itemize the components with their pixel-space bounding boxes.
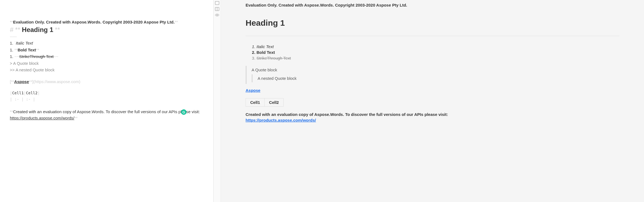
- preview-quote-nested: A nested Quote block: [252, 74, 619, 82]
- quote2-text-preview: A nested Quote block: [258, 76, 297, 81]
- preview-heading: Heading 1: [246, 18, 619, 28]
- link-text-src: Aspose: [14, 79, 29, 84]
- cell2-src: Cell2: [26, 91, 37, 95]
- heading-stars-open: **: [15, 26, 20, 34]
- link-line: [**Aspose**](https://www.aspose.com): [10, 79, 203, 85]
- quote2-prefix: >>: [10, 68, 15, 72]
- table-header-cell2: Cell2: [264, 98, 283, 107]
- closing-text: Created with an evaluation copy of Aspos…: [246, 112, 448, 117]
- preview-closing-link[interactable]: https://products.aspose.com/words/: [246, 118, 316, 122]
- heading-line: # **Heading 1**: [10, 26, 203, 34]
- pipe: |: [10, 97, 12, 101]
- list-strike-line: 1. ~~StrikeThrough Text~~: [10, 54, 203, 60]
- footer-stars-open: **: [10, 109, 13, 114]
- bold-delim-open: **: [10, 20, 13, 24]
- pipe: |: [37, 91, 40, 95]
- markdown-preview-pane: Evaluation Only. Created with Aspose.Wor…: [221, 0, 644, 202]
- link-close-bracket: ): [79, 79, 80, 84]
- eval-notice-text: Evaluation Only. Created with Aspose.Wor…: [13, 20, 175, 24]
- svg-rect-0: [215, 1, 219, 5]
- heading-text: Heading 1: [22, 26, 53, 34]
- preview-aspose-link[interactable]: Aspose: [246, 88, 260, 93]
- view-mode-gutter: [213, 0, 221, 202]
- list-item-strike: StrikeThrough Text: [257, 56, 619, 60]
- split-pane-icon[interactable]: [215, 7, 219, 11]
- preview-table: Cell1 Cell2: [246, 98, 284, 107]
- link-stars-close: **: [29, 79, 32, 84]
- eval-footer-text: Created with an evaluation copy of Aspos…: [13, 109, 200, 114]
- italic-text-src: Italic Text: [16, 41, 33, 45]
- footer-stars-close: **: [74, 116, 78, 120]
- preview-list: Italic Text Bold Text StrikeThrough Text: [246, 44, 619, 60]
- link-url-src: https://www.aspose.com: [35, 79, 79, 84]
- grammarly-letter: G: [182, 110, 185, 114]
- align2: :-: [26, 97, 33, 101]
- italic-delim-close: `: [33, 41, 34, 45]
- preview-hr: [246, 36, 619, 36]
- strike-delim-open: ~~: [14, 54, 19, 59]
- table-header-line: |Cell1|Cell2|: [10, 90, 203, 96]
- heading-stars-close: **: [55, 26, 60, 34]
- bold-delim-open2: **: [14, 48, 18, 52]
- hr-source: -----: [10, 34, 203, 40]
- list-index: 1.: [10, 48, 13, 52]
- svg-point-3: [217, 14, 218, 16]
- link-stars-open: **: [11, 79, 14, 84]
- quote1-text-preview: A Quote block: [252, 68, 277, 72]
- cell1-src: Cell1: [12, 91, 24, 95]
- quote2-text: A nested Quote block: [16, 68, 55, 72]
- list-index: 1.: [10, 54, 13, 59]
- pipe: |: [33, 97, 35, 101]
- pipe: |: [24, 91, 26, 95]
- list-index: 1.: [10, 41, 13, 45]
- quote1-line: > A Quote block: [10, 60, 203, 67]
- preview-closing: Created with an evaluation copy of Aspos…: [246, 112, 619, 122]
- preview-quote: A Quote block A nested Quote block: [246, 66, 619, 84]
- quote1-text: A Quote block: [13, 61, 39, 66]
- bold-delim-close2: **: [36, 48, 39, 52]
- table-header-cell1: Cell1: [246, 98, 265, 107]
- preview-eye-icon[interactable]: [215, 13, 219, 17]
- list-item-bold: Bold Text: [257, 50, 619, 55]
- table-align-line: | :- | :- |: [10, 96, 203, 102]
- eval-footer-link-src[interactable]: https://products.aspose.com/words/: [10, 116, 74, 120]
- grammarly-icon[interactable]: G: [181, 109, 187, 115]
- table-row: Cell1 Cell2: [246, 98, 284, 107]
- strike-delim-close: ~~: [54, 54, 59, 59]
- heading-hash: #: [10, 26, 13, 34]
- eval-footer-line: **Created with an evaluation copy of Asp…: [10, 109, 203, 121]
- bold-delim-close: **: [175, 20, 178, 24]
- strike-text-src: StrikeThrough Text: [19, 54, 54, 59]
- pipe: |: [21, 97, 24, 101]
- quote2-line: >> A nested Quote block: [10, 67, 203, 73]
- single-pane-icon[interactable]: [215, 1, 219, 5]
- eval-notice-line: **Evaluation Only. Created with Aspose.W…: [10, 19, 203, 25]
- list-bold-line: 1. **Bold Text**: [10, 47, 203, 53]
- quote1-prefix: >: [10, 61, 12, 66]
- align1: :-: [14, 97, 21, 101]
- list-item-italic: Italic Text: [257, 44, 619, 49]
- list-italic-line: 1. `Italic Text`: [10, 40, 203, 46]
- preview-eval-notice: Evaluation Only. Created with Aspose.Wor…: [246, 3, 619, 7]
- link-mid: ](: [32, 79, 35, 84]
- bold-text-src: Bold Text: [18, 48, 36, 52]
- markdown-editor-pane[interactable]: **Evaluation Only. Created with Aspose.W…: [0, 0, 213, 202]
